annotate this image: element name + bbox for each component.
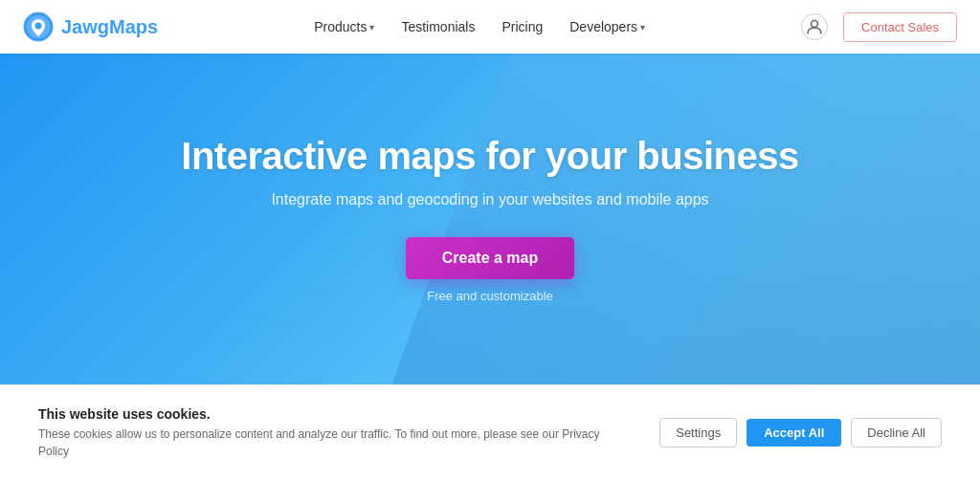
hero-cta-note: Free and customizable: [427, 289, 553, 303]
nav-right: Contact Sales: [801, 12, 957, 42]
logo-icon: [23, 11, 54, 42]
cookie-title: This website uses cookies.: [38, 406, 612, 422]
hero-subtitle: Integrate maps and geocoding in your web…: [271, 191, 708, 208]
nav-testimonials[interactable]: Testimonials: [401, 19, 475, 34]
user-account-icon[interactable]: [801, 13, 828, 40]
products-chevron-icon: ▾: [369, 22, 374, 33]
developers-chevron-icon: ▾: [640, 22, 645, 33]
nav-products[interactable]: Products ▾: [314, 19, 374, 34]
hero-section: Interactive maps for your business Integ…: [0, 54, 980, 384]
nav-links: Products ▾ Testimonials Pricing Develope…: [314, 19, 645, 34]
hero-title: Interactive maps for your business: [181, 135, 798, 178]
svg-point-2: [35, 23, 42, 30]
cookie-description: These cookies allow us to personalize co…: [38, 425, 612, 460]
contact-sales-button[interactable]: Contact Sales: [843, 12, 957, 42]
cookie-settings-button[interactable]: Settings: [659, 418, 737, 447]
create-map-button[interactable]: Create a map: [406, 237, 575, 279]
cookie-buttons: Settings Accept All Decline All: [659, 418, 942, 447]
cookie-text-area: This website uses cookies. These cookies…: [38, 406, 612, 460]
cookie-banner: This website uses cookies. These cookies…: [0, 384, 980, 480]
svg-point-3: [812, 21, 818, 28]
nav-developers[interactable]: Developers ▾: [569, 19, 645, 34]
cookie-accept-button[interactable]: Accept All: [746, 419, 841, 447]
nav-pricing[interactable]: Pricing: [501, 19, 543, 34]
navbar: JawgMaps Products ▾ Testimonials Pricing…: [0, 0, 980, 54]
logo-text: JawgMaps: [61, 16, 158, 38]
cookie-decline-button[interactable]: Decline All: [851, 418, 942, 447]
hero-content: Interactive maps for your business Integ…: [181, 135, 798, 303]
logo[interactable]: JawgMaps: [23, 11, 158, 42]
